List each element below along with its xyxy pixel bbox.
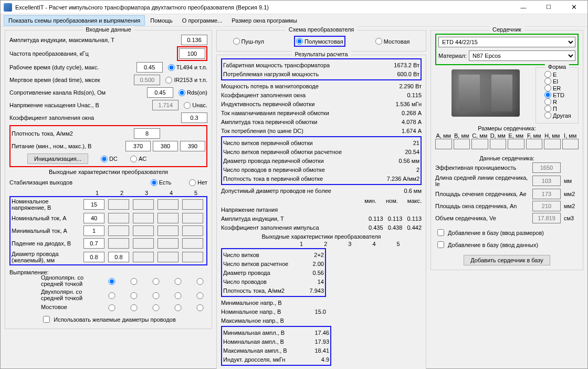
- input-vnom[interactable]: [153, 141, 178, 151]
- radio-rdson[interactable]: [178, 89, 185, 96]
- input-vmax[interactable]: [180, 141, 205, 151]
- forma-option[interactable]: Другая: [544, 112, 574, 119]
- out-d-4[interactable]: [182, 252, 203, 262]
- chk-add-data[interactable]: [437, 241, 444, 248]
- out-d-0[interactable]: [83, 252, 104, 262]
- val-ve[interactable]: [532, 213, 561, 223]
- out-i-3[interactable]: [133, 213, 154, 223]
- radio-stab-no[interactable]: [189, 179, 196, 186]
- rect2-2[interactable]: [128, 292, 140, 299]
- val-ae[interactable]: [532, 189, 561, 199]
- out-i-4[interactable]: [158, 213, 178, 223]
- rect2-4[interactable]: [172, 292, 184, 299]
- radio-pushpull[interactable]: [233, 38, 240, 45]
- rect1-3[interactable]: [150, 278, 162, 285]
- dim-input[interactable]: [562, 139, 579, 149]
- forma-option[interactable]: П: [544, 105, 574, 112]
- maximize-button[interactable]: ☐: [537, 1, 560, 14]
- out-vd-1[interactable]: [83, 238, 104, 249]
- radio-tl494[interactable]: [168, 64, 175, 71]
- rect1-1[interactable]: [106, 278, 118, 285]
- forma-option[interactable]: ER: [544, 85, 574, 91]
- add-core-button[interactable]: Добавить сердечник в базу: [464, 255, 550, 265]
- rect1-5[interactable]: [194, 278, 206, 285]
- out-d-2[interactable]: [133, 252, 154, 262]
- rect3-5[interactable]: [194, 304, 206, 311]
- rect3-4[interactable]: [172, 304, 184, 311]
- out-imin-2[interactable]: [108, 226, 129, 236]
- menu-about[interactable]: О программе...: [178, 16, 226, 25]
- out-vd-5[interactable]: [182, 238, 203, 249]
- lbl-an: Площадь окна сердечника, An: [435, 203, 529, 209]
- rect3-2[interactable]: [128, 304, 140, 311]
- init-button[interactable]: Инициализация...: [27, 153, 88, 164]
- result-label: Ток потребления (по шине DC): [221, 128, 374, 134]
- forma-option[interactable]: EI: [544, 78, 574, 85]
- dim-input[interactable]: [435, 139, 452, 149]
- rect1-2[interactable]: [128, 278, 140, 285]
- out-vd-4[interactable]: [158, 238, 178, 249]
- rect3-3[interactable]: [150, 304, 162, 311]
- radio-stab-yes[interactable]: [151, 179, 158, 186]
- dim-input[interactable]: [471, 139, 488, 149]
- rect2-1[interactable]: [106, 292, 118, 299]
- menu-show-schemes[interactable]: Показать схемы преобразования и выпрямле…: [4, 15, 145, 26]
- out-vd-2[interactable]: [108, 238, 129, 249]
- radio-dc[interactable]: [101, 156, 108, 162]
- lbl-stab: Стабилизация выходов: [9, 179, 149, 186]
- select-core[interactable]: ETD 44/22/15: [438, 37, 575, 47]
- radio-ir2153[interactable]: [165, 77, 172, 84]
- out-d-3[interactable]: [158, 252, 178, 262]
- out-v-4[interactable]: [158, 199, 178, 210]
- out-d-1[interactable]: [108, 252, 129, 262]
- rect3-1[interactable]: [106, 304, 118, 311]
- dim-input[interactable]: [508, 139, 524, 149]
- input-kwin[interactable]: [181, 112, 207, 123]
- forma-option[interactable]: ETD: [544, 91, 574, 98]
- radio-bridge[interactable]: [375, 38, 382, 45]
- out-i-2[interactable]: [108, 213, 129, 223]
- forma-option[interactable]: R: [544, 98, 574, 105]
- val-an[interactable]: [532, 201, 561, 211]
- input-dead[interactable]: [134, 75, 160, 85]
- out-i-5[interactable]: [182, 213, 203, 223]
- out-v-2[interactable]: [108, 199, 129, 210]
- input-jden[interactable]: [134, 128, 160, 139]
- dim-input[interactable]: [526, 139, 543, 149]
- dim-input[interactable]: [544, 139, 561, 149]
- out-v-3[interactable]: [133, 199, 154, 210]
- input-duty[interactable]: [136, 62, 163, 73]
- out-vd-3[interactable]: [133, 238, 154, 249]
- forma-option[interactable]: E: [544, 71, 574, 78]
- out-imin-4[interactable]: [158, 226, 178, 236]
- out-i-1[interactable]: [83, 213, 104, 223]
- dim-input[interactable]: [454, 139, 470, 149]
- dim-input[interactable]: [490, 139, 507, 149]
- rect2-5[interactable]: [194, 292, 206, 299]
- close-button[interactable]: ✕: [562, 1, 585, 14]
- out-imin-1[interactable]: [83, 226, 104, 236]
- rect2-3[interactable]: [150, 292, 162, 299]
- minimize-button[interactable]: —: [512, 1, 535, 14]
- menu-winsize[interactable]: Размер окна программы: [227, 16, 301, 25]
- out-v-5[interactable]: [182, 199, 203, 210]
- menu-help[interactable]: Помощь: [146, 16, 177, 25]
- input-freq[interactable]: [179, 48, 205, 59]
- chk-add-dims[interactable]: [437, 229, 444, 236]
- rect1-4[interactable]: [172, 278, 184, 285]
- lbl-mu: Эффективная проницаемость: [435, 165, 529, 171]
- out-imin-5[interactable]: [182, 226, 203, 236]
- out-imin-3[interactable]: [133, 226, 154, 236]
- input-rds[interactable]: [147, 87, 173, 98]
- select-material[interactable]: N87 Epcos: [469, 50, 575, 61]
- val-mu[interactable]: [532, 162, 561, 173]
- chk-use-dia[interactable]: [43, 316, 50, 323]
- radio-halfbridge[interactable]: [296, 38, 303, 45]
- input-bmax[interactable]: [181, 35, 207, 45]
- val-le[interactable]: [532, 176, 561, 186]
- radio-usat[interactable]: [184, 102, 191, 109]
- radio-ac[interactable]: [130, 156, 137, 162]
- input-vmin[interactable]: [125, 141, 151, 151]
- input-usat[interactable]: [152, 100, 178, 110]
- out-v-1[interactable]: [83, 199, 104, 210]
